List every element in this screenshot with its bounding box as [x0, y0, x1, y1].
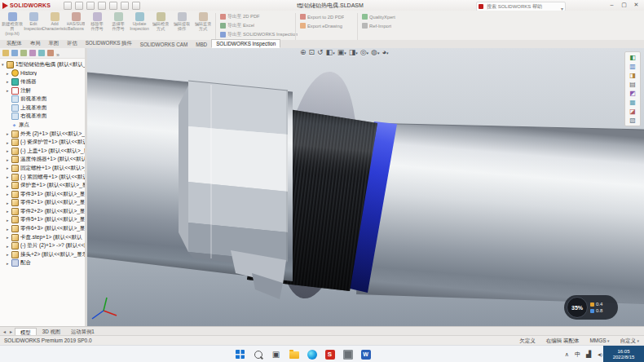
edit-inspection-button[interactable]: Edit Inspection	[23, 11, 44, 40]
tab-3d-views[interactable]: 3D 视图	[37, 328, 65, 335]
minimize-button[interactable]: –	[606, 0, 618, 10]
tree-item-part[interactable]: (-) 垫片 (2)+1> ->? (默认<<默认	[0, 241, 85, 250]
tab-addins[interactable]: SOLIDWORKS 插件	[82, 39, 136, 48]
dock-explorer-icon[interactable]: ◨	[629, 72, 636, 79]
tree-item-part[interactable]: 零件2+2> (默认<<默认>_显示	[0, 207, 85, 216]
tab-layout[interactable]: 布局	[26, 39, 45, 48]
tab-model[interactable]: 模型	[15, 328, 37, 336]
edit-extract-button[interactable]: 编辑提取 操作	[171, 11, 192, 40]
edit-audit-button[interactable]: 编辑监查 方式	[192, 11, 214, 40]
remove-balloon-button[interactable]: 移除零 件序号	[86, 11, 108, 40]
tree-item-part[interactable]: (-) 上盖+1> (默认<<默认>_显示状	[0, 147, 85, 156]
tree-item-part[interactable]: 接头+2> (默认<<默认>_显示状	[0, 250, 85, 259]
dock-appearances-icon[interactable]: ◩	[629, 90, 636, 97]
tree-item-annotations[interactable]: 注解	[0, 86, 85, 95]
new-document-icon[interactable]	[64, 2, 72, 10]
start-button[interactable]	[235, 349, 245, 360]
office-app-button[interactable]	[360, 349, 371, 360]
app-button[interactable]	[342, 349, 353, 360]
hide-show-items-icon[interactable]: ◎	[360, 48, 368, 56]
export-2dpdf-item[interactable]: 导出至 2D PDF	[220, 13, 298, 20]
view-settings-icon[interactable]: ◕	[382, 48, 388, 56]
featuremanager-tree-icon[interactable]	[2, 50, 9, 56]
tree-item-top-plane[interactable]: 上视基准面	[0, 104, 85, 113]
tree-item-part[interactable]: 零件2+1> (默认<<默认>_显示	[0, 199, 85, 208]
close-button[interactable]: ✕	[630, 0, 642, 10]
tree-item-part[interactable]: (-) 瓷保护管+1> (默认<<默认>_显	[0, 138, 85, 147]
tree-item-part[interactable]: 温度传感器+1> (默认<<默认	[0, 156, 85, 165]
dock-forum-icon[interactable]: ◪	[629, 108, 636, 115]
tab-evaluate[interactable]: 评估	[63, 39, 82, 48]
tree-item-part[interactable]: 零件5+1> (默认<<默认>_显示状	[0, 216, 85, 225]
tab-mbd[interactable]: MBD	[192, 41, 211, 48]
select-balloon-button[interactable]: 选择零 件序号	[108, 11, 129, 40]
qualityxpert-item[interactable]: QualityXpert	[362, 13, 395, 20]
network-icon[interactable]	[586, 351, 591, 358]
zoom-area-icon[interactable]: ⊡	[309, 48, 315, 56]
edit-appearance-icon[interactable]: ◍	[371, 48, 379, 56]
pipe-right-section[interactable]	[356, 123, 644, 304]
dock-decals-icon[interactable]: ▦	[629, 99, 636, 106]
3d-viewport[interactable]	[87, 48, 644, 326]
tabs-scroll-left-icon[interactable]	[2, 329, 7, 334]
panel-overflow-icon[interactable]	[56, 48, 60, 60]
tree-item-part[interactable]: 固定螺栓+1> (默认<<默认>_显示	[0, 164, 85, 173]
dimxpertmanager-icon[interactable]	[29, 50, 36, 56]
dock-resources-icon[interactable]: ◧	[629, 54, 636, 61]
add-characteristic-button[interactable]: Add Characteristic	[44, 11, 65, 40]
export-to-2dpdf-item[interactable]: Export to 2D PDF	[300, 13, 344, 20]
tree-item-part[interactable]: 零件6+3> (默认<<默认>_显示	[0, 224, 85, 233]
solidworks-taskbar-button[interactable]	[324, 349, 335, 360]
undo-icon[interactable]	[109, 2, 117, 10]
volume-icon[interactable]	[597, 351, 602, 357]
maximize-button[interactable]: ▢	[618, 0, 630, 10]
tree-item-origin[interactable]: 原点	[0, 121, 85, 130]
tree-item-part[interactable]: 卡盘.step+1> (默认<<默认	[0, 233, 85, 242]
taskbar-clock[interactable]: 16:05 2022/8/15	[603, 346, 644, 362]
edge-browser-button[interactable]	[307, 349, 317, 360]
dock-inspection-icon[interactable]: ▧	[629, 117, 636, 124]
update-inspection-button[interactable]: Update Inspection	[129, 11, 150, 40]
tree-item-part[interactable]: 保护套+1> (默认<<默认>_显示状	[0, 181, 85, 190]
displaymanager-icon[interactable]	[38, 50, 45, 56]
tree-item-part[interactable]: 零件3+1> (默认<<默认>_显示状态	[0, 190, 85, 199]
tree-item-part[interactable]: (-) 紧固螺母+1> (默认<<默认>_显	[0, 173, 85, 182]
tab-solidworks-inspection[interactable]: SOLIDWORKS Inspection	[211, 39, 280, 48]
tree-item-assembly-root[interactable]: 1型铂铑铂热电偶 (默认<默认_显示状态-1	[0, 60, 85, 69]
search-input[interactable]	[485, 3, 559, 10]
save-icon[interactable]	[86, 2, 95, 10]
zoom-fit-icon[interactable]: ⊕	[300, 48, 307, 56]
previous-view-icon[interactable]: ↺	[317, 48, 324, 56]
custom-selector[interactable]: 自定义	[620, 338, 639, 345]
dock-library-icon[interactable]: ▥	[629, 63, 636, 70]
tabs-scroll-right-icon[interactable]	[8, 329, 14, 334]
configurationmanager-icon[interactable]	[20, 50, 27, 56]
tree-item-right-plane[interactable]: 右视基准面	[0, 113, 85, 121]
rebuild-icon[interactable]	[121, 2, 129, 10]
propertymanager-icon[interactable]	[11, 50, 18, 56]
tree-item-history[interactable]: History	[0, 69, 85, 78]
file-explorer-button[interactable]	[289, 349, 299, 360]
task-view-button[interactable]: ▣	[271, 349, 281, 360]
export-excel-item[interactable]: 导出至 Excel	[220, 22, 298, 29]
solidworks-menu[interactable]: SOLIDWORKS	[2, 1, 51, 10]
edit-inspection-method-button[interactable]: 编辑检查 方式	[150, 11, 171, 40]
taskbar-search-button[interactable]	[253, 349, 263, 360]
new-inspection-project-button[interactable]: 新建检查项目 (imp.hl)	[2, 11, 23, 40]
tree-item-front-plane[interactable]: 前视基准面	[0, 95, 85, 104]
dock-view-palette-icon[interactable]: ▤	[629, 81, 636, 88]
search-box[interactable]	[476, 2, 566, 11]
tab-assembly[interactable]: 装配体	[2, 39, 26, 48]
display-style-icon[interactable]: ◨	[349, 48, 358, 56]
section-view-icon[interactable]: ◧	[326, 48, 335, 56]
tab-solidworks-cam[interactable]: SOLIDWORKS CAM	[136, 41, 192, 48]
options-gear-icon[interactable]	[132, 2, 140, 10]
ref-import-item[interactable]: Ref-Import	[362, 22, 395, 29]
units-selector[interactable]: MMGS	[589, 338, 609, 345]
hidden-icons-chevron-icon[interactable]	[565, 351, 569, 358]
hex-nut[interactable]	[179, 81, 288, 268]
input-language-indicator[interactable]: 中	[575, 351, 580, 359]
print-icon[interactable]	[98, 2, 106, 10]
inspection-manager-icon[interactable]	[47, 50, 54, 56]
tree-item-mates[interactable]: 配合	[0, 259, 85, 268]
